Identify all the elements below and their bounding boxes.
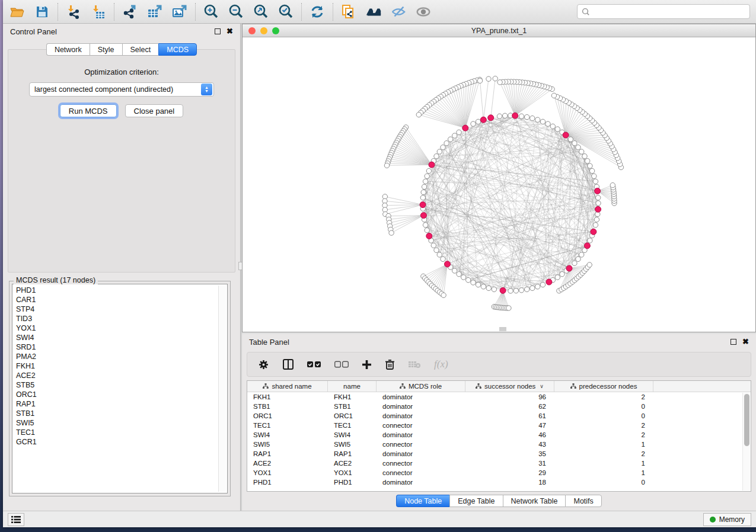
table-row[interactable]: FKH1FKH1dominator962 (247, 392, 751, 402)
mcds-hub-node[interactable] (426, 233, 432, 239)
network-graph[interactable] (243, 37, 755, 332)
ring-node[interactable] (425, 228, 429, 233)
zoom-out-icon[interactable] (228, 4, 244, 20)
ring-node[interactable] (589, 168, 594, 173)
import-network-icon[interactable] (65, 4, 82, 20)
ring-node[interactable] (420, 196, 425, 200)
node-table[interactable]: shared namenameMCDS rolesuccessor nodes∨… (247, 380, 751, 492)
close-window-icon[interactable] (248, 27, 256, 34)
ring-node[interactable] (519, 114, 524, 118)
show-all-icon[interactable] (415, 4, 432, 20)
tab-network-table[interactable]: Network Table (503, 495, 566, 507)
mcds-result-item[interactable]: PMA2 (16, 352, 218, 361)
close-panel-icon[interactable]: ✖ (227, 28, 233, 34)
export-image-icon[interactable] (171, 4, 188, 20)
ring-node[interactable] (594, 217, 599, 222)
network-canvas[interactable] (243, 37, 755, 332)
mcds-result-item[interactable]: PHD1 (16, 286, 218, 295)
table-row[interactable]: ORC1ORC1dominator610 (247, 411, 751, 421)
zoom-fit-icon[interactable] (253, 4, 269, 20)
column-header-name[interactable]: name (328, 381, 377, 392)
ring-node[interactable] (497, 114, 502, 118)
ring-node[interactable] (492, 287, 496, 291)
mcds-result-item[interactable]: TEC1 (16, 428, 218, 437)
mcds-result-item[interactable]: SWI5 (16, 418, 218, 428)
ring-node[interactable] (596, 201, 601, 206)
mcds-result-item[interactable]: YOX1 (16, 323, 218, 333)
ring-node[interactable] (540, 282, 545, 287)
ring-node[interactable] (471, 280, 476, 285)
column-header-predecessor-nodes[interactable]: predecessor nodes (554, 381, 653, 392)
ring-node[interactable] (572, 261, 577, 265)
apply-layout-icon[interactable] (309, 4, 326, 20)
ring-node[interactable] (441, 145, 445, 150)
leaf-node[interactable] (497, 80, 502, 85)
ring-node[interactable] (471, 121, 476, 126)
hide-selected-icon[interactable] (390, 4, 407, 20)
mcds-hub-node[interactable] (445, 261, 451, 267)
ring-node[interactable] (461, 275, 466, 280)
mcds-result-item[interactable]: GCR1 (16, 437, 218, 447)
ring-node[interactable] (535, 117, 540, 122)
leaf-node[interactable] (477, 78, 482, 83)
mcds-hub-node[interactable] (546, 279, 552, 285)
ring-node[interactable] (593, 223, 598, 227)
leaf-node[interactable] (610, 182, 615, 187)
search-box[interactable] (577, 4, 750, 19)
leaf-node[interactable] (389, 230, 394, 235)
ring-node[interactable] (530, 116, 535, 120)
mcds-hub-node[interactable] (563, 132, 569, 138)
ring-node[interactable] (560, 272, 564, 277)
ring-node[interactable] (448, 137, 453, 142)
leaf-node[interactable] (551, 93, 556, 98)
ring-node[interactable] (425, 174, 429, 178)
ring-node[interactable] (572, 141, 577, 146)
ring-node[interactable] (457, 272, 461, 277)
mcds-hub-node[interactable] (591, 229, 596, 235)
mcds-result-item[interactable]: CAR1 (16, 295, 218, 305)
ring-node[interactable] (576, 145, 580, 150)
ring-node[interactable] (525, 287, 529, 291)
import-table-icon[interactable] (90, 4, 107, 20)
table-row[interactable]: SWI5SWI5connector431 (247, 440, 751, 449)
ring-node[interactable] (555, 275, 560, 280)
search-input[interactable] (591, 8, 746, 16)
ring-node[interactable] (476, 119, 480, 124)
ring-node[interactable] (434, 154, 439, 159)
deselect-all-icon[interactable] (334, 361, 349, 368)
close-panel-button[interactable]: Close panel (125, 104, 184, 117)
mcds-hub-node[interactable] (566, 265, 572, 271)
ring-node[interactable] (579, 252, 584, 257)
ring-node[interactable] (593, 179, 598, 184)
ring-node[interactable] (592, 174, 596, 178)
ring-node[interactable] (434, 248, 439, 252)
table-scrollbar[interactable] (742, 393, 750, 491)
mcds-hub-node[interactable] (595, 188, 601, 194)
leaf-node[interactable] (506, 306, 511, 310)
ring-node[interactable] (535, 284, 540, 289)
mcds-hub-node[interactable] (429, 162, 435, 168)
mcds-result-item[interactable]: RAP1 (16, 399, 218, 409)
ring-node[interactable] (579, 149, 584, 154)
zoom-in-icon[interactable] (203, 4, 219, 20)
leaf-node[interactable] (416, 112, 421, 117)
leaf-node[interactable] (384, 163, 389, 168)
zoom-selected-icon[interactable] (277, 4, 294, 20)
mcds-result-item[interactable]: TID3 (16, 314, 218, 323)
column-header-shared-name[interactable]: shared name (247, 381, 328, 392)
float-panel-icon[interactable] (215, 28, 221, 34)
ring-node[interactable] (431, 243, 436, 248)
table-row[interactable]: TEC1TEC1connector472 (247, 421, 751, 430)
select-all-icon[interactable] (307, 361, 321, 368)
leaf-node[interactable] (587, 262, 592, 267)
column-header-MCDS-role[interactable]: MCDS role (377, 381, 465, 392)
mcds-hub-node[interactable] (512, 113, 518, 118)
ring-node[interactable] (588, 164, 592, 168)
leaf-node[interactable] (441, 293, 446, 297)
ring-node[interactable] (555, 127, 560, 132)
maximize-window-icon[interactable] (272, 27, 279, 34)
tab-select[interactable]: Select (122, 43, 159, 56)
mcds-hub-node[interactable] (420, 213, 426, 219)
ring-node[interactable] (568, 137, 573, 142)
tab-style[interactable]: Style (90, 43, 122, 56)
